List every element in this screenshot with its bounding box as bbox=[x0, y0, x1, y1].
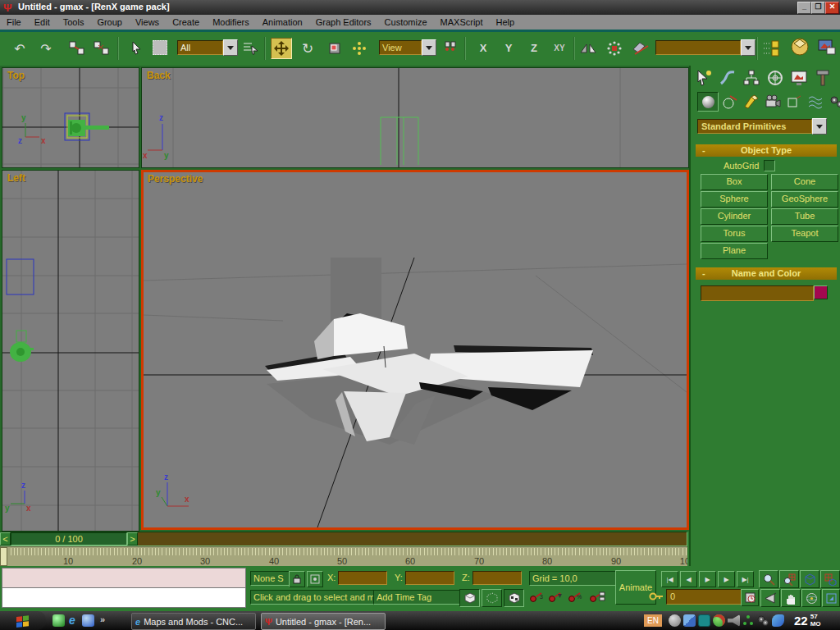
viewport-back[interactable]: z x y Back bbox=[141, 67, 689, 168]
play-button[interactable]: ▶ bbox=[699, 571, 716, 587]
viewport-perspective[interactable]: z y x Perspective bbox=[141, 170, 689, 530]
undo-icon[interactable]: ↶ bbox=[10, 39, 30, 58]
align-icon[interactable] bbox=[631, 39, 651, 58]
next-frame-button[interactable]: ▶ bbox=[718, 571, 735, 587]
dropdown-arrow-icon[interactable] bbox=[223, 39, 238, 56]
back-view-wireframe-object[interactable] bbox=[381, 117, 418, 165]
menu-maxscript[interactable]: MAXScript bbox=[434, 16, 490, 29]
top-viewport-canvas[interactable]: y z x bbox=[2, 68, 139, 167]
pan-hand-icon[interactable] bbox=[781, 589, 801, 607]
select-and-rotate-icon[interactable]: ↻ bbox=[298, 39, 317, 58]
category-shapes-icon[interactable] bbox=[720, 93, 740, 111]
dropdown-arrow-icon[interactable] bbox=[812, 118, 827, 135]
tab-display-icon[interactable] bbox=[789, 69, 809, 87]
tray-icon-1[interactable] bbox=[669, 614, 681, 627]
unlink-selection-icon[interactable] bbox=[92, 39, 112, 58]
render-icon[interactable] bbox=[817, 37, 837, 57]
back-viewport-canvas[interactable]: z x y bbox=[142, 68, 688, 167]
sphere-button[interactable]: Sphere bbox=[701, 191, 768, 208]
current-frame-field[interactable]: 0 bbox=[666, 589, 745, 605]
checker-cube-icon[interactable] bbox=[504, 589, 524, 607]
select-and-scale-icon[interactable] bbox=[325, 39, 345, 58]
track-bar[interactable]: 10 20 30 40 50 60 70 80 90 100 bbox=[0, 546, 687, 567]
teapot-button[interactable]: Teapot bbox=[771, 226, 838, 242]
arc-rotate-icon[interactable] bbox=[801, 589, 821, 607]
cylinder-button[interactable]: Cylinder bbox=[701, 208, 768, 225]
key-mode-toggle-icon[interactable] bbox=[649, 591, 664, 602]
tray-icon-messenger[interactable] bbox=[698, 614, 710, 627]
add-time-tag[interactable]: Add Time Tag bbox=[373, 590, 462, 605]
menu-views[interactable]: Views bbox=[129, 16, 166, 29]
track-bar-marker[interactable] bbox=[0, 547, 7, 566]
rectangular-selection-region-icon[interactable] bbox=[153, 40, 167, 55]
object-name-input[interactable] bbox=[701, 285, 814, 301]
viewport-top[interactable]: y z x Top bbox=[2, 67, 139, 168]
x-coordinate-field[interactable] bbox=[338, 571, 387, 585]
select-object-icon[interactable] bbox=[127, 39, 147, 58]
autogrid-checkbox[interactable] bbox=[764, 160, 775, 171]
menu-graph-editors[interactable]: Graph Editors bbox=[309, 16, 378, 29]
category-helpers-icon[interactable] bbox=[784, 93, 804, 111]
category-geometry-icon[interactable] bbox=[697, 92, 719, 112]
geosphere-button[interactable]: GeoSphere bbox=[771, 191, 838, 208]
object-type-rollout-header[interactable]: - Object Type bbox=[696, 144, 837, 157]
zoom-extents-all-icon[interactable] bbox=[820, 570, 840, 588]
z-coordinate-field[interactable] bbox=[472, 571, 522, 585]
perspective-canvas[interactable]: z y x bbox=[144, 172, 687, 527]
time-configuration-icon[interactable] bbox=[741, 589, 759, 606]
rollout-collapse-icon[interactable]: - bbox=[702, 267, 705, 280]
tab-create-icon[interactable] bbox=[694, 69, 714, 87]
quick-launch-overflow-chevron[interactable]: » bbox=[100, 614, 105, 624]
tab-hierarchy-icon[interactable] bbox=[742, 69, 761, 87]
tray-icon-network[interactable] bbox=[683, 614, 696, 627]
key-filters-icon[interactable] bbox=[548, 591, 563, 604]
category-lights-icon[interactable] bbox=[742, 93, 761, 111]
menu-tools[interactable]: Tools bbox=[57, 16, 91, 29]
material-editor-icon[interactable] bbox=[790, 37, 810, 57]
close-button[interactable]: ✕ bbox=[825, 2, 839, 14]
restrict-y-button[interactable]: Y bbox=[498, 38, 519, 57]
object-color-swatch[interactable] bbox=[814, 285, 828, 299]
task-button-browser[interactable]: e Maps and Mods - CNC... bbox=[131, 613, 256, 630]
min-max-toggle-icon[interactable] bbox=[822, 589, 840, 607]
tab-utilities-icon[interactable] bbox=[813, 69, 833, 87]
zoom-extents-icon[interactable] bbox=[800, 570, 819, 588]
time-slider-next-button[interactable]: > bbox=[127, 532, 138, 546]
menu-edit[interactable]: Edit bbox=[28, 16, 57, 29]
field-of-view-icon[interactable] bbox=[760, 589, 780, 607]
maximize-button[interactable]: ❐ bbox=[811, 2, 825, 14]
mirror-icon[interactable] bbox=[578, 39, 598, 58]
taskbar-clock[interactable]: 22 57 MO bbox=[794, 613, 821, 628]
use-pivot-point-icon[interactable] bbox=[441, 39, 460, 58]
dropdown-arrow-icon[interactable] bbox=[741, 39, 756, 56]
reference-coordinate-dropdown[interactable]: View bbox=[379, 39, 436, 56]
selection-filter-dropdown[interactable]: All bbox=[177, 39, 238, 56]
name-color-rollout-header[interactable]: - Name and Color bbox=[696, 267, 837, 280]
task-button-gmax[interactable]: Ψ Untitled - gmax - [Ren... bbox=[261, 613, 386, 630]
tray-icon-agent[interactable] bbox=[742, 614, 755, 627]
track-view-icon[interactable] bbox=[761, 39, 781, 58]
tray-icon-phone[interactable] bbox=[713, 614, 725, 627]
menu-group[interactable]: Group bbox=[90, 16, 129, 29]
y-coordinate-field[interactable] bbox=[405, 571, 454, 585]
start-button[interactable] bbox=[0, 611, 46, 630]
zoom-icon[interactable] bbox=[759, 570, 778, 588]
menu-create[interactable]: Create bbox=[166, 16, 206, 29]
quick-launch-icon-2[interactable] bbox=[82, 614, 94, 627]
tray-icon-volume[interactable] bbox=[728, 614, 740, 627]
title-bar[interactable]: Ψ Untitled - gmax - [RenX game pack] _ ❐… bbox=[0, 0, 840, 15]
category-systems-icon[interactable] bbox=[827, 93, 840, 111]
zoom-all-icon[interactable] bbox=[779, 570, 799, 588]
quick-launch-icon-1[interactable] bbox=[52, 614, 65, 627]
top-view-tank-object[interactable] bbox=[65, 113, 109, 140]
restrict-x-button[interactable]: X bbox=[472, 38, 494, 57]
box-button[interactable]: Box bbox=[701, 174, 768, 190]
previous-frame-button[interactable]: ◀ bbox=[680, 571, 697, 587]
select-by-name-icon[interactable] bbox=[240, 39, 260, 58]
tray-icon-gears[interactable] bbox=[757, 614, 769, 627]
restrict-z-button[interactable]: Z bbox=[523, 38, 545, 57]
smooth-highlights-cube-icon[interactable] bbox=[459, 589, 480, 607]
select-and-manipulate-icon[interactable] bbox=[349, 39, 369, 58]
category-space-warps-icon[interactable] bbox=[806, 93, 825, 111]
selection-lock-icon[interactable] bbox=[289, 571, 305, 587]
